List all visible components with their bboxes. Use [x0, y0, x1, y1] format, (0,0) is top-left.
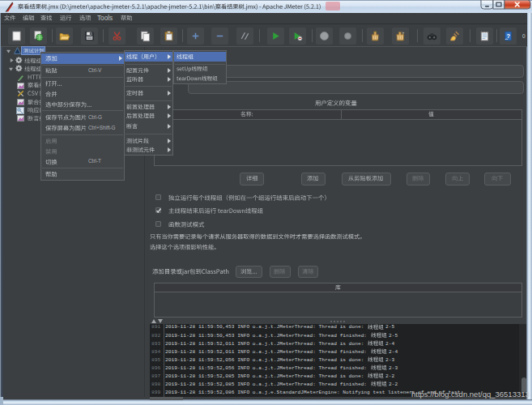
svg-text:?: ?	[507, 32, 511, 40]
